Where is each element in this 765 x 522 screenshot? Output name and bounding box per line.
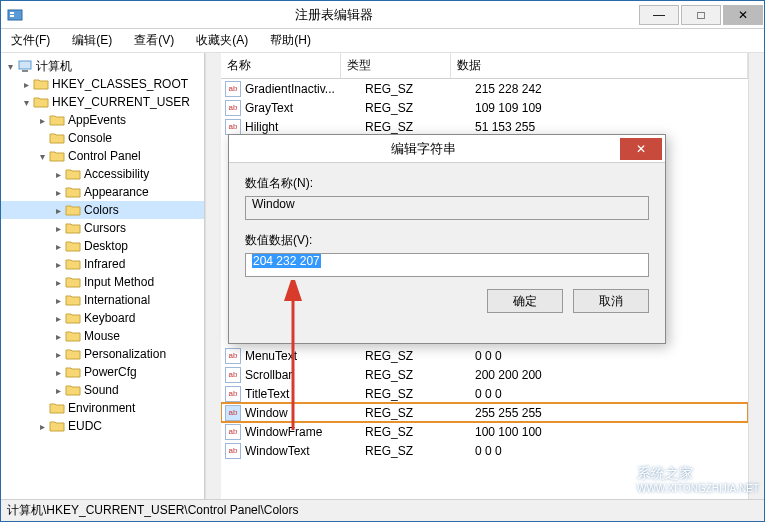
- cancel-button[interactable]: 取消: [573, 289, 649, 313]
- titlebar: 注册表编辑器 — □ ✕: [1, 1, 764, 29]
- cell-type: REG_SZ: [365, 101, 475, 115]
- folder-icon: [65, 347, 81, 361]
- tree-node[interactable]: ▸AppEvents: [1, 111, 204, 129]
- folder-icon: [65, 185, 81, 199]
- tree-node[interactable]: ▸PowerCfg: [1, 363, 204, 381]
- tree-node[interactable]: ▸Sound: [1, 381, 204, 399]
- tree-node[interactable]: ▸International: [1, 291, 204, 309]
- tree-node[interactable]: ▸Desktop: [1, 237, 204, 255]
- string-value-icon: ab: [225, 348, 241, 364]
- expand-icon[interactable]: ▸: [51, 257, 65, 271]
- expand-icon[interactable]: [35, 401, 49, 415]
- expand-icon[interactable]: ▸: [51, 167, 65, 181]
- tree-node[interactable]: ▾HKEY_CURRENT_USER: [1, 93, 204, 111]
- folder-icon: [49, 419, 65, 433]
- cell-name: WindowText: [245, 444, 365, 458]
- expand-icon[interactable]: ▾: [3, 59, 17, 73]
- tree-label: Environment: [68, 401, 135, 415]
- expand-icon[interactable]: ▸: [51, 293, 65, 307]
- tree-label: Appearance: [84, 185, 149, 199]
- tree-node[interactable]: ▸Accessibility: [1, 165, 204, 183]
- tree-node[interactable]: ▸Cursors: [1, 219, 204, 237]
- list-row[interactable]: abGradientInactiv...REG_SZ215 228 242: [221, 79, 748, 98]
- expand-icon[interactable]: ▸: [51, 329, 65, 343]
- col-type[interactable]: 类型: [341, 53, 451, 78]
- ok-button[interactable]: 确定: [487, 289, 563, 313]
- cell-data: 200 200 200: [475, 368, 744, 382]
- tree-node[interactable]: ▸HKEY_CLASSES_ROOT: [1, 75, 204, 93]
- expand-icon[interactable]: ▸: [51, 203, 65, 217]
- menu-help[interactable]: 帮助(H): [266, 30, 315, 51]
- string-value-icon: ab: [225, 405, 241, 421]
- tree-node[interactable]: ▸Personalization: [1, 345, 204, 363]
- close-button[interactable]: ✕: [723, 5, 763, 25]
- expand-icon[interactable]: ▸: [51, 347, 65, 361]
- minimize-button[interactable]: —: [639, 5, 679, 25]
- tree-node[interactable]: Console: [1, 129, 204, 147]
- tree-node[interactable]: ▸Mouse: [1, 327, 204, 345]
- tree-node[interactable]: ▾Control Panel: [1, 147, 204, 165]
- col-data[interactable]: 数据: [451, 53, 748, 78]
- status-path: 计算机\HKEY_CURRENT_USER\Control Panel\Colo…: [7, 502, 298, 519]
- folder-icon: [65, 239, 81, 253]
- menu-file[interactable]: 文件(F): [7, 30, 54, 51]
- dialog-close-button[interactable]: ✕: [620, 138, 662, 160]
- folder-icon: [65, 167, 81, 181]
- expand-icon[interactable]: ▸: [35, 419, 49, 433]
- svg-rect-3: [19, 61, 31, 69]
- menu-edit[interactable]: 编辑(E): [68, 30, 116, 51]
- expand-icon[interactable]: ▸: [35, 113, 49, 127]
- expand-icon[interactable]: ▸: [51, 221, 65, 235]
- tree-node[interactable]: ▸Keyboard: [1, 309, 204, 327]
- expand-icon[interactable]: [35, 131, 49, 145]
- tree-node[interactable]: ▸Appearance: [1, 183, 204, 201]
- cell-name: GrayText: [245, 101, 365, 115]
- tree-node[interactable]: ▸Input Method: [1, 273, 204, 291]
- list-row[interactable]: abMenuTextREG_SZ0 0 0: [221, 346, 748, 365]
- watermark-url: WWW.XITONGZHIJIA.NET: [637, 483, 759, 494]
- tree-label: Console: [68, 131, 112, 145]
- col-name[interactable]: 名称: [221, 53, 341, 78]
- dialog-buttons: 确定 取消: [245, 289, 649, 313]
- tree-node[interactable]: ▸EUDC: [1, 417, 204, 435]
- expand-icon[interactable]: ▸: [51, 275, 65, 289]
- expand-icon[interactable]: ▸: [51, 365, 65, 379]
- edit-string-dialog: 编辑字符串 ✕ 数值名称(N): Window 数值数据(V): 204 232…: [228, 134, 666, 344]
- expand-icon[interactable]: ▸: [51, 239, 65, 253]
- folder-icon: [65, 275, 81, 289]
- cell-data: 215 228 242: [475, 82, 744, 96]
- list-row[interactable]: abGrayTextREG_SZ109 109 109: [221, 98, 748, 117]
- cell-name: Scrollbar: [245, 368, 365, 382]
- expand-icon[interactable]: ▸: [19, 77, 33, 91]
- string-value-icon: ab: [225, 386, 241, 402]
- folder-icon: [65, 329, 81, 343]
- expand-icon[interactable]: ▾: [35, 149, 49, 163]
- app-icon: [7, 7, 23, 23]
- expand-icon[interactable]: ▾: [19, 95, 33, 109]
- expand-icon[interactable]: ▸: [51, 185, 65, 199]
- menu-view[interactable]: 查看(V): [130, 30, 178, 51]
- value-name-input[interactable]: Window: [245, 196, 649, 220]
- list-row[interactable]: abWindowFrameREG_SZ100 100 100: [221, 422, 748, 441]
- window-title: 注册表编辑器: [29, 6, 638, 24]
- tree-scrollbar[interactable]: [205, 53, 221, 499]
- expand-icon[interactable]: ▸: [51, 383, 65, 397]
- list-row[interactable]: abTitleTextREG_SZ0 0 0: [221, 384, 748, 403]
- string-value-icon: ab: [225, 81, 241, 97]
- tree-view[interactable]: ▾计算机▸HKEY_CLASSES_ROOT▾HKEY_CURRENT_USER…: [1, 53, 205, 499]
- tree-label: Mouse: [84, 329, 120, 343]
- tree-label: Sound: [84, 383, 119, 397]
- list-row[interactable]: abWindowREG_SZ255 255 255: [221, 403, 748, 422]
- list-scrollbar[interactable]: [748, 53, 764, 499]
- tree-label: Keyboard: [84, 311, 135, 325]
- value-data-input[interactable]: 204 232 207: [245, 253, 649, 277]
- tree-node[interactable]: ▸Infrared: [1, 255, 204, 273]
- expand-icon[interactable]: ▸: [51, 311, 65, 325]
- tree-node[interactable]: Environment: [1, 399, 204, 417]
- tree-node[interactable]: ▾计算机: [1, 57, 204, 75]
- list-row[interactable]: abWindowTextREG_SZ0 0 0: [221, 441, 748, 460]
- menu-favorites[interactable]: 收藏夹(A): [192, 30, 252, 51]
- tree-node[interactable]: ▸Colors: [1, 201, 204, 219]
- list-row[interactable]: abScrollbarREG_SZ200 200 200: [221, 365, 748, 384]
- maximize-button[interactable]: □: [681, 5, 721, 25]
